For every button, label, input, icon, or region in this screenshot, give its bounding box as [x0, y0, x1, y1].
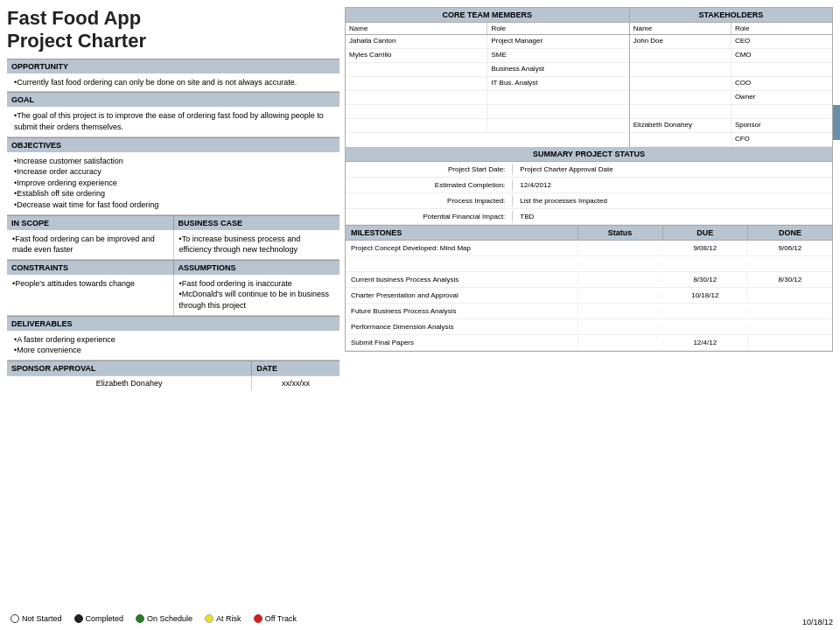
legend-item: Not Started: [10, 614, 62, 623]
constraints-body: •People's attitudes towards change: [7, 275, 174, 315]
core-team-role: IT Bus. Analyst: [487, 77, 628, 90]
stakeholder-row: [630, 105, 832, 119]
milestone-row: Current business Process Analysis 8/30/1…: [346, 272, 832, 288]
date-header: DATE: [252, 361, 340, 375]
core-team-name: Jahaila Canton: [346, 35, 487, 48]
legend-item: Off Track: [254, 614, 297, 623]
milestone-status: [578, 310, 663, 313]
milestone-name: Current business Process Analysis: [346, 274, 578, 285]
stakeholder-role: CEO: [732, 35, 832, 48]
milestone-due: 10/18/12: [663, 290, 748, 301]
goal-section: GOAL •The goal of this project is to imp…: [7, 92, 340, 136]
stakeholder-role: CFO: [732, 133, 832, 146]
stakeholder-row: COO: [630, 77, 832, 91]
core-team-role: SME: [487, 49, 628, 62]
objectives-header: OBJECTIVES: [7, 137, 340, 152]
core-team-name: [346, 63, 487, 76]
summary-row: Process Impacted:List the processes Impa…: [346, 193, 832, 209]
opportunity-section: OPPORTUNITY •Currently fast food orderin…: [7, 59, 340, 93]
stakeholder-role: [732, 105, 832, 118]
milestone-name: Future Business Process Analysis: [346, 305, 578, 317]
summary-label: Estimated Completion:: [346, 179, 513, 191]
legend-label: On Schedule: [147, 614, 192, 623]
stakeholder-role: [732, 63, 832, 76]
milestone-done: [748, 326, 832, 329]
milestone-row: Future Business Process Analysis: [346, 304, 832, 319]
right-column: CORE TEAM MEMBERS Name Role Jahaila Cant…: [345, 7, 833, 606]
stakeholders-section: STAKEHOLDERS Name Role John DoeCEOCMOCOO…: [630, 8, 832, 147]
stakeholder-name: [630, 133, 732, 146]
milestone-due: [663, 310, 748, 313]
legend-item: On Schedule: [136, 614, 192, 623]
legend-bar: Not StartedCompletedOn ScheduleAt RiskOf…: [4, 611, 304, 626]
date-value: xx/xx/xx: [252, 376, 340, 390]
milestone-done: 8/30/12: [748, 274, 832, 285]
status-col-header: Status: [578, 226, 663, 240]
title-block: Fast Food App Project Charter: [7, 7, 340, 53]
core-team-role: [487, 91, 628, 104]
core-team-name: [346, 77, 487, 90]
deliverables-body: •A faster ordering experience •More conv…: [7, 331, 340, 360]
deliverables-section: DELIVERABLES •A faster ordering experien…: [7, 316, 340, 360]
scrollbar-indicator: [833, 105, 840, 140]
milestone-due: 8/30/12: [663, 274, 748, 285]
milestone-name: [346, 262, 578, 266]
stakeholder-name: [630, 63, 732, 76]
milestones-section: MILESTONES Status DUE DONE Project Conce…: [345, 226, 833, 352]
sponsor-value: Elizabeth Donahey: [7, 376, 252, 390]
stakeholder-role: Sponsor: [732, 119, 832, 132]
stakeholder-role: CMO: [732, 49, 832, 62]
legend-circle: [74, 614, 83, 623]
summary-label: Project Start Date:: [346, 164, 513, 175]
objectives-body: •Increase customer satisfaction •Increas…: [7, 152, 340, 215]
core-team-row: Business Analyst: [346, 63, 629, 77]
legend-circle: [254, 614, 262, 623]
core-team-role: Business Analyst: [487, 63, 628, 76]
summary-header: SUMMARY PROJECT STATUS: [346, 147, 832, 162]
summary-row: Potential Financial Impact:TBD: [346, 209, 832, 225]
milestone-name: Project Concept Developed: Mind Map: [346, 242, 578, 254]
stakeholder-name: [630, 105, 732, 118]
core-team-section: CORE TEAM MEMBERS Name Role Jahaila Cant…: [346, 8, 630, 147]
summary-row: Project Start Date:Project Charter Appro…: [346, 162, 832, 178]
summary-value: TBD: [513, 211, 832, 222]
milestone-due: 9/08/12: [663, 242, 748, 254]
summary-rows: Project Start Date:Project Charter Appro…: [346, 162, 832, 225]
opportunity-body: •Currently fast food ordering can only b…: [7, 74, 340, 93]
summary-row: Estimated Completion:12/4/2012: [346, 178, 832, 193]
core-team-name: [346, 119, 487, 132]
stakeholder-name: John Doe: [630, 35, 732, 48]
milestone-done: 9/06/12: [748, 242, 832, 254]
core-team-rows: Jahaila CantonProject ManagerMyles Carri…: [346, 35, 629, 133]
stakeholder-name: [630, 49, 732, 62]
businesscase-header: BUSINESS CASE: [174, 215, 340, 230]
milestone-done: [748, 341, 832, 345]
stakeholders-col-name: Name: [630, 23, 732, 34]
sponsor-approval-header: SPONSOR APPROVAL: [7, 361, 252, 375]
team-stakeholder-block: CORE TEAM MEMBERS Name Role Jahaila Cant…: [345, 7, 833, 147]
core-team-row: Myles CarrilloSME: [346, 49, 629, 63]
core-team-row: IT Bus. Analyst: [346, 77, 629, 91]
milestone-row: Performance Dimension Analysis: [346, 319, 832, 335]
milestone-status: [578, 262, 663, 266]
legend-circle: [136, 614, 144, 623]
core-team-header: CORE TEAM MEMBERS: [346, 8, 629, 23]
stakeholders-col-role: Role: [732, 23, 832, 34]
milestone-status: [578, 326, 663, 329]
constraints-header: CONSTRAINTS: [7, 260, 174, 275]
legend-label: Not Started: [22, 614, 62, 623]
legend-circle: [10, 614, 19, 623]
core-team-col-name: Name: [346, 23, 487, 34]
milestone-row: Submit Final Papers 12/4/12: [346, 335, 832, 351]
stakeholder-name: Elizabeth Donahey: [630, 119, 732, 132]
due-col-header: DUE: [663, 226, 748, 240]
left-column: Fast Food App Project Charter OPPORTUNIT…: [7, 7, 340, 606]
stakeholder-row: CMO: [630, 49, 832, 63]
legend-label: Off Track: [265, 614, 297, 623]
goal-header: GOAL: [7, 92, 340, 107]
milestone-rows: Project Concept Developed: Mind Map 9/08…: [346, 241, 832, 351]
milestone-name: Performance Dimension Analysis: [346, 321, 578, 332]
inscope-businesscase-section: IN SCOPE BUSINESS CASE •Fast food orderi…: [7, 215, 340, 260]
stakeholder-row: John DoeCEO: [630, 35, 832, 49]
core-team-name: Myles Carrillo: [346, 49, 487, 62]
